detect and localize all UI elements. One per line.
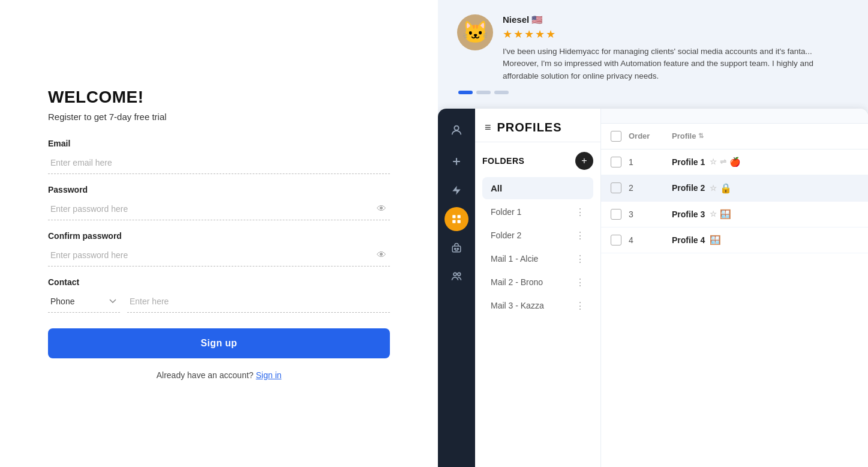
os-icon-1: 🍎 bbox=[729, 157, 741, 167]
svg-rect-4 bbox=[452, 215, 455, 218]
profiles-panel: Order Profile ⇅ 1 Profile 1 ☆ ⇌ bbox=[601, 109, 868, 467]
dot-1[interactable] bbox=[458, 91, 473, 94]
svg-rect-7 bbox=[458, 220, 461, 223]
os-icon-4: 🪟 bbox=[710, 235, 721, 246]
profiles-title: PROFILES bbox=[497, 121, 562, 134]
folder-all[interactable]: All bbox=[482, 177, 593, 199]
password-toggle-icon[interactable]: 👁 bbox=[377, 203, 386, 214]
sidebar-group-icon[interactable] bbox=[444, 265, 468, 289]
sidebar-lightning-icon[interactable] bbox=[444, 178, 468, 202]
testimonial-content: Niesel 🇺🇸 ★★★★★ I've been using Hidemyac… bbox=[503, 14, 849, 82]
folder-item-2[interactable]: Folder 2 ⋮ bbox=[482, 224, 593, 247]
row-3-icons: ☆ 🪟 bbox=[710, 209, 731, 220]
row-3-profile-name: Profile 3 ☆ 🪟 bbox=[672, 209, 858, 220]
avatar: 🐱 bbox=[457, 14, 493, 50]
svg-point-9 bbox=[455, 248, 456, 249]
sign-up-button[interactable]: Sign up bbox=[48, 328, 390, 358]
password-wrapper: 👁 bbox=[48, 198, 390, 220]
folders-panel: ≡ PROFILES FOLDERS + All Folder 1 ⋮ Fold… bbox=[475, 109, 601, 467]
folders-section: FOLDERS + All Folder 1 ⋮ Folder 2 ⋮ Mail… bbox=[475, 142, 600, 467]
testimonial-name: Niesel 🇺🇸 bbox=[503, 14, 849, 25]
col-profile-header: Profile ⇅ bbox=[672, 131, 858, 140]
folders-header: FOLDERS + bbox=[482, 152, 593, 170]
os-icon-3: 🪟 bbox=[720, 209, 731, 220]
sidebar bbox=[438, 109, 475, 467]
sort-icon[interactable]: ⇅ bbox=[698, 132, 704, 140]
star-icon-2[interactable]: ☆ bbox=[710, 184, 717, 193]
row-3-order: 3 bbox=[629, 209, 665, 219]
email-input[interactable] bbox=[48, 152, 390, 174]
contact-type-select[interactable]: Phone Email Telegram bbox=[48, 291, 120, 313]
testimonial-card: 🐱 Niesel 🇺🇸 ★★★★★ I've been using Hidemy… bbox=[457, 14, 849, 82]
folder-item-mail3[interactable]: Mail 3 - Kazza ⋮ bbox=[482, 294, 593, 318]
row-4-icons: 🪟 bbox=[710, 235, 721, 246]
svg-rect-8 bbox=[452, 246, 461, 252]
sidebar-profile-icon[interactable] bbox=[444, 118, 468, 142]
password-input[interactable] bbox=[48, 198, 390, 220]
testimonial-text: I've been using Hidemyacc for managing c… bbox=[503, 46, 849, 82]
folder-menu-icon-2[interactable]: ⋮ bbox=[575, 230, 585, 241]
contact-group: Contact Phone Email Telegram bbox=[48, 277, 390, 313]
dot-2[interactable] bbox=[476, 91, 491, 94]
star-icon-3[interactable]: ☆ bbox=[710, 209, 717, 218]
contact-row: Phone Email Telegram bbox=[48, 291, 390, 313]
testimonial-stars: ★★★★★ bbox=[503, 28, 849, 41]
profiles-header: ≡ PROFILES bbox=[475, 109, 600, 142]
folder-item-1[interactable]: Folder 1 ⋮ bbox=[482, 200, 593, 224]
folder-menu-icon-mail1[interactable]: ⋮ bbox=[575, 253, 585, 265]
confirm-password-label: Confirm password bbox=[48, 231, 390, 241]
svg-point-12 bbox=[458, 273, 461, 276]
row-2-order: 2 bbox=[629, 183, 665, 193]
row-1-checkbox[interactable] bbox=[611, 157, 621, 167]
row-2-checkbox[interactable] bbox=[611, 182, 621, 193]
star-icon-1[interactable]: ☆ bbox=[710, 157, 717, 166]
share-icon-1[interactable]: ⇌ bbox=[720, 157, 726, 166]
right-panel: 🐱 Niesel 🇺🇸 ★★★★★ I've been using Hidemy… bbox=[438, 0, 868, 467]
svg-point-11 bbox=[453, 273, 456, 276]
testimonial-dots bbox=[457, 91, 849, 94]
table-row[interactable]: 4 Profile 4 🪟 bbox=[601, 227, 868, 253]
svg-rect-6 bbox=[452, 220, 455, 223]
row-4-checkbox[interactable] bbox=[611, 235, 621, 246]
folder-menu-icon-1[interactable]: ⋮ bbox=[575, 206, 585, 218]
sidebar-grid-icon[interactable] bbox=[444, 207, 468, 231]
row-4-profile-name: Profile 4 🪟 bbox=[672, 235, 858, 246]
dot-3[interactable] bbox=[494, 91, 509, 94]
contact-input[interactable] bbox=[127, 291, 390, 313]
table-row[interactable]: 3 Profile 3 ☆ 🪟 bbox=[601, 202, 868, 227]
row-2-icons: ☆ 🔒 bbox=[710, 182, 732, 194]
table-row[interactable]: 1 Profile 1 ☆ ⇌ 🍎 bbox=[601, 149, 868, 175]
contact-label: Contact bbox=[48, 277, 390, 287]
sign-in-link[interactable]: Sign in bbox=[256, 370, 281, 380]
password-label: Password bbox=[48, 185, 390, 194]
svg-point-0 bbox=[454, 125, 458, 130]
folder-item-mail1[interactable]: Mail 1 - Alcie ⋮ bbox=[482, 247, 593, 271]
app-section: ≡ PROFILES FOLDERS + All Folder 1 ⋮ Fold… bbox=[438, 109, 868, 467]
add-folder-button[interactable]: + bbox=[575, 152, 593, 170]
profiles-toolbar bbox=[601, 109, 868, 124]
hamburger-icon[interactable]: ≡ bbox=[485, 121, 491, 134]
folders-label: FOLDERS bbox=[482, 156, 524, 166]
svg-point-10 bbox=[457, 248, 458, 249]
welcome-title: WELCOME! bbox=[48, 88, 390, 107]
row-1-order: 1 bbox=[629, 157, 665, 167]
confirm-toggle-icon[interactable]: 👁 bbox=[377, 250, 386, 261]
folder-item-mail2[interactable]: Mail 2 - Brono ⋮ bbox=[482, 271, 593, 294]
folder-menu-icon-mail3[interactable]: ⋮ bbox=[575, 300, 585, 312]
confirm-password-input[interactable] bbox=[48, 244, 390, 267]
row-2-profile-name: Profile 2 ☆ 🔒 bbox=[672, 182, 858, 194]
row-1-icons: ☆ ⇌ 🍎 bbox=[710, 157, 741, 167]
email-label: Email bbox=[48, 139, 390, 148]
header-checkbox[interactable] bbox=[611, 131, 621, 142]
confirm-password-group: Confirm password 👁 bbox=[48, 231, 390, 267]
sidebar-add-icon[interactable] bbox=[444, 149, 468, 173]
row-4-order: 4 bbox=[629, 235, 665, 245]
folder-menu-icon-mail2[interactable]: ⋮ bbox=[575, 277, 585, 288]
row-1-profile-name: Profile 1 ☆ ⇌ 🍎 bbox=[672, 157, 858, 167]
os-icon-2: 🔒 bbox=[720, 182, 732, 194]
svg-rect-5 bbox=[458, 215, 461, 218]
sidebar-bot-icon[interactable] bbox=[444, 236, 468, 260]
row-3-checkbox[interactable] bbox=[611, 209, 621, 220]
table-row[interactable]: 2 Profile 2 ☆ 🔒 bbox=[601, 175, 868, 202]
svg-marker-3 bbox=[452, 185, 461, 194]
